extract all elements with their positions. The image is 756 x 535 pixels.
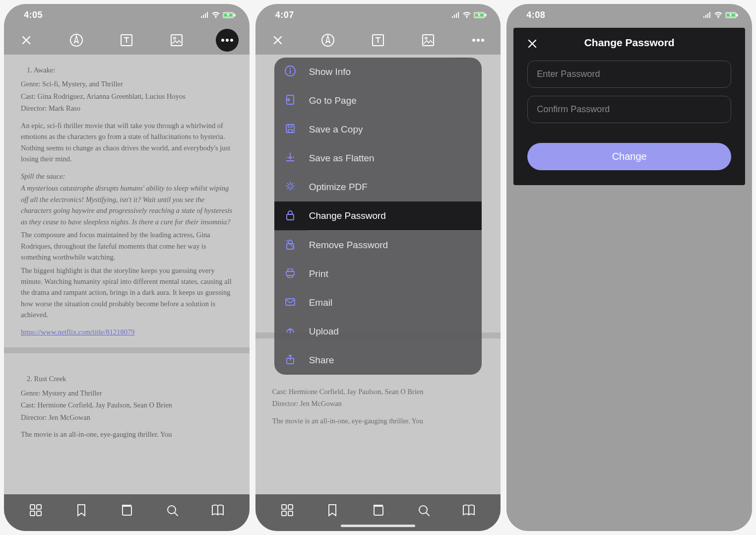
change-password-dialog: Change Password Change xyxy=(513,28,745,185)
menu-item-label: Email xyxy=(309,297,472,308)
battery-icon xyxy=(725,12,738,18)
search-button[interactable] xyxy=(159,497,185,523)
top-toolbar xyxy=(255,26,501,55)
dialog-close-button[interactable] xyxy=(525,37,539,51)
body-paragraph: The movie is an all-in-one, eye-gauging … xyxy=(21,429,233,440)
home-indicator[interactable] xyxy=(341,525,415,527)
entry-title: 1. Awake: xyxy=(27,65,233,75)
more-icon xyxy=(221,38,234,42)
pages-button[interactable] xyxy=(114,497,139,523)
director-line: Director: Mark Raso xyxy=(21,103,233,114)
more-popover: Show Info Go to Page Save a Copy Save as… xyxy=(274,58,482,375)
menu-item-label: Go to Page xyxy=(309,95,472,106)
status-time: 4:07 xyxy=(275,10,294,20)
battery-icon xyxy=(474,12,487,18)
background: Change Password Change xyxy=(506,26,752,531)
cast-line: Cast: Gina Rodriguez, Arianna Greenblatt… xyxy=(21,91,233,102)
status-time: 4:08 xyxy=(526,10,545,20)
info-icon xyxy=(284,65,298,79)
body-paragraph: The biggest highlight is that the storyl… xyxy=(21,265,233,321)
body-paragraph: The movie is an all-in-one, eye-gauging … xyxy=(272,415,484,426)
menu-upload[interactable]: Upload xyxy=(274,317,482,346)
menu-item-label: Remove Password xyxy=(309,240,472,251)
netflix-link[interactable]: https://www.netflix.com/title/81218079 xyxy=(21,328,134,336)
svg-point-25 xyxy=(473,39,475,41)
menu-optimize-pdf[interactable]: Optimize PDF xyxy=(274,173,482,201)
wifi-icon xyxy=(212,12,220,18)
bookmark-button[interactable] xyxy=(319,497,345,523)
menu-save-flatten[interactable]: Save as Flatten xyxy=(274,144,482,173)
menu-goto-page[interactable]: Go to Page xyxy=(274,86,482,115)
director-line: Director: Jen McGowan xyxy=(272,398,484,409)
cast-line: Cast: Hermione Corfield, Jay Paulson, Se… xyxy=(272,386,484,397)
status-time: 4:05 xyxy=(24,10,43,20)
bottom-toolbar xyxy=(4,494,250,531)
thumbnails-button[interactable] xyxy=(274,497,300,523)
menu-item-label: Save a Copy xyxy=(309,124,472,135)
status-bar: 4:07 xyxy=(255,4,501,26)
confirm-password-field[interactable] xyxy=(527,96,731,123)
more-button[interactable] xyxy=(216,29,239,52)
view-mode-button[interactable] xyxy=(456,497,482,523)
print-icon xyxy=(284,267,298,281)
menu-item-label: Share xyxy=(309,355,472,366)
upload-icon xyxy=(284,325,298,338)
menu-change-password[interactable]: Change Password xyxy=(274,201,482,230)
director-line: Director: Jen McGowan xyxy=(21,412,233,423)
status-bar: 4:05 xyxy=(4,4,250,26)
status-indicators xyxy=(200,12,236,18)
menu-remove-password[interactable]: Remove Password xyxy=(274,231,482,260)
text-box-button[interactable] xyxy=(115,29,138,52)
more-icon xyxy=(472,38,485,42)
image-button[interactable] xyxy=(417,29,440,52)
menu-email[interactable]: Email xyxy=(274,288,482,317)
enter-password-field[interactable] xyxy=(527,61,731,88)
flatten-icon xyxy=(284,151,298,165)
cast-line: Cast: Hermione Corfield, Jay Paulson, Se… xyxy=(21,400,233,410)
menu-share[interactable]: Share xyxy=(274,346,482,375)
svg-point-23 xyxy=(226,39,228,41)
status-indicators xyxy=(451,12,487,18)
signal-icon xyxy=(200,12,209,18)
svg-point-22 xyxy=(221,39,224,41)
status-indicators xyxy=(703,12,738,18)
svg-point-27 xyxy=(482,39,484,41)
svg-point-24 xyxy=(230,39,233,41)
close-button[interactable] xyxy=(15,29,38,52)
body-paragraph: A mysterious catastrophe disrupts humans… xyxy=(21,183,233,227)
document-page-1: 1. Awake: Genre: Sci-fi, Mystery, and Th… xyxy=(4,55,250,347)
screen-3: 4:08 Change Password Change xyxy=(506,4,752,531)
spill-label: Spill the sauce: xyxy=(21,171,233,182)
change-button[interactable]: Change xyxy=(527,143,731,170)
menu-show-info[interactable]: Show Info xyxy=(274,58,482,86)
menu-save-copy[interactable]: Save a Copy xyxy=(274,115,482,144)
close-button[interactable] xyxy=(266,29,289,52)
search-button[interactable] xyxy=(411,497,437,523)
bookmark-button[interactable] xyxy=(68,497,94,523)
signal-icon xyxy=(703,12,711,18)
dialog-title: Change Password xyxy=(584,37,675,49)
lock-icon xyxy=(284,209,298,223)
thumbnails-button[interactable] xyxy=(23,497,49,523)
share-icon xyxy=(284,353,298,367)
body-paragraph: The composure and focus maintained by th… xyxy=(21,229,233,263)
menu-item-label: Save as Flatten xyxy=(309,153,472,164)
annotate-button[interactable] xyxy=(65,29,88,52)
status-bar: 4:08 xyxy=(506,4,752,26)
image-button[interactable] xyxy=(165,29,188,52)
pages-button[interactable] xyxy=(365,497,391,523)
screen-2: 4:07 Cast: Hermione Corfield, Jay Paulso… xyxy=(255,4,501,531)
menu-print[interactable]: Print xyxy=(274,260,482,288)
wifi-icon xyxy=(463,12,471,18)
wifi-icon xyxy=(714,12,722,18)
more-button[interactable] xyxy=(467,29,490,52)
view-mode-button[interactable] xyxy=(205,497,231,523)
menu-item-label: Optimize PDF xyxy=(309,182,472,193)
email-icon xyxy=(284,296,298,310)
menu-item-label: Upload xyxy=(309,326,472,337)
menu-item-label: Show Info xyxy=(309,67,472,77)
genre-line: Genre: Sci-fi, Mystery, and Thriller xyxy=(21,78,233,89)
document-view[interactable]: 1. Awake: Genre: Sci-fi, Mystery, and Th… xyxy=(4,55,250,531)
text-box-button[interactable] xyxy=(367,29,389,52)
annotate-button[interactable] xyxy=(316,29,339,52)
